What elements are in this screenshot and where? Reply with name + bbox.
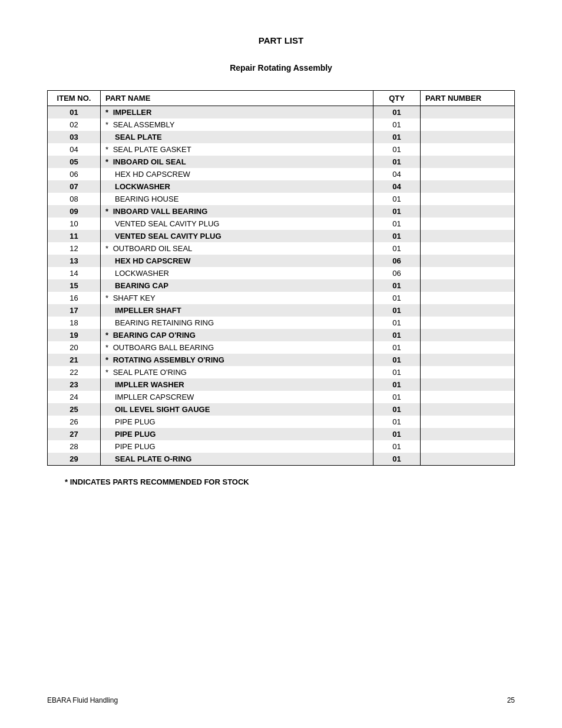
- cell-part-name: HEX HD CAPSCREW: [101, 255, 373, 267]
- cell-part-name: * OUTBOARG BALL BEARING: [101, 341, 373, 354]
- part-name-text: BEARING CAP: [115, 281, 168, 290]
- footer-left: EBARA Fluid Handling: [47, 696, 118, 704]
- cell-item-no: 26: [48, 416, 101, 428]
- part-name-text: OUTBOARG BALL BEARING: [113, 343, 214, 352]
- asterisk-indicator: *: [105, 120, 111, 129]
- cell-item-no: 27: [48, 428, 101, 440]
- cell-item-no: 13: [48, 255, 101, 267]
- cell-qty: 01: [373, 131, 421, 143]
- cell-qty: 01: [373, 292, 421, 304]
- cell-qty: 01: [373, 453, 421, 466]
- part-name-text: INBOARD OIL SEAL: [113, 157, 186, 166]
- cell-item-no: 12: [48, 242, 101, 255]
- cell-qty: 01: [373, 428, 421, 440]
- cell-item-no: 22: [48, 366, 101, 378]
- cell-qty: 06: [373, 255, 421, 267]
- cell-part-number: [421, 317, 515, 329]
- table-row: 04* SEAL PLATE GASKET01: [48, 143, 515, 156]
- table-row: 05* INBOARD OIL SEAL01: [48, 156, 515, 168]
- part-name-text: PIPE PLUG: [115, 417, 156, 426]
- section-title: Repair Rotating Assembly: [47, 63, 515, 73]
- cell-qty: 01: [373, 440, 421, 453]
- table-row: 19* BEARING CAP O'RING01: [48, 329, 515, 341]
- cell-part-name: BEARING CAP: [101, 279, 373, 292]
- cell-item-no: 07: [48, 180, 101, 193]
- cell-qty: 01: [373, 403, 421, 416]
- part-name-text: SHAFT KEY: [113, 294, 156, 302]
- table-row: 02* SEAL ASSEMBLY01: [48, 118, 515, 131]
- cell-item-no: 08: [48, 193, 101, 205]
- cell-part-number: [421, 354, 515, 366]
- cell-part-number: [421, 230, 515, 242]
- part-name-text: HEX HD CAPSCREW: [115, 256, 191, 265]
- asterisk-indicator: *: [105, 331, 111, 340]
- cell-qty: 01: [373, 218, 421, 230]
- cell-part-name: LOCKWASHER: [101, 180, 373, 193]
- cell-part-name: PIPE PLUG: [101, 416, 373, 428]
- cell-qty: 01: [373, 341, 421, 354]
- cell-part-name: SEAL PLATE O-RING: [101, 453, 373, 466]
- footer-right: 25: [507, 696, 515, 704]
- table-row: 20* OUTBOARG BALL BEARING01: [48, 341, 515, 354]
- cell-qty: 01: [373, 329, 421, 341]
- cell-item-no: 10: [48, 218, 101, 230]
- table-row: 06 HEX HD CAPSCREW04: [48, 168, 515, 180]
- cell-part-number: [421, 391, 515, 403]
- col-header-part-name: PART NAME: [101, 91, 373, 106]
- cell-item-no: 16: [48, 292, 101, 304]
- cell-part-number: [421, 168, 515, 180]
- cell-part-name: * INBOARD VALL BEARING: [101, 205, 373, 218]
- asterisk-indicator: *: [105, 157, 111, 166]
- cell-part-number: [421, 341, 515, 354]
- part-name-text: BEARING CAP O'RING: [113, 331, 196, 340]
- cell-item-no: 24: [48, 391, 101, 403]
- part-name-text: SEAL PLATE: [115, 133, 162, 141]
- cell-qty: 01: [373, 106, 421, 119]
- cell-part-number: [421, 131, 515, 143]
- cell-qty: 01: [373, 391, 421, 403]
- cell-item-no: 23: [48, 378, 101, 391]
- part-name-text: IMPLLER WASHER: [115, 380, 184, 389]
- asterisk-indicator: *: [105, 244, 111, 253]
- cell-item-no: 09: [48, 205, 101, 218]
- cell-qty: 04: [373, 180, 421, 193]
- part-name-text: OUTBOARD OIL SEAL: [113, 244, 193, 253]
- cell-part-number: [421, 118, 515, 131]
- cell-qty: 01: [373, 205, 421, 218]
- cell-qty: 01: [373, 378, 421, 391]
- part-name-text: VENTED SEAL CAVITY PLUG: [115, 219, 219, 228]
- table-row: 21* ROTATING ASSEMBLY O'RING01: [48, 354, 515, 366]
- cell-part-number: [421, 304, 515, 317]
- cell-part-name: SEAL PLATE: [101, 131, 373, 143]
- cell-qty: 01: [373, 118, 421, 131]
- cell-part-number: [421, 292, 515, 304]
- part-name-text: INBOARD VALL BEARING: [113, 207, 208, 216]
- cell-part-number: [421, 218, 515, 230]
- part-name-text: IMPELLER: [113, 108, 152, 117]
- asterisk-indicator: *: [105, 355, 111, 364]
- cell-part-name: BEARING HOUSE: [101, 193, 373, 205]
- part-name-text: ROTATING ASSEMBLY O'RING: [113, 355, 224, 364]
- cell-part-number: [421, 143, 515, 156]
- cell-part-number: [421, 267, 515, 279]
- table-row: 01* IMPELLER01: [48, 106, 515, 119]
- page-title: PART LIST: [47, 35, 515, 45]
- cell-qty: 01: [373, 242, 421, 255]
- cell-qty: 01: [373, 230, 421, 242]
- asterisk-indicator: *: [105, 207, 111, 216]
- part-name-text: SEAL PLATE O-RING: [115, 454, 191, 463]
- cell-part-name: * ROTATING ASSEMBLY O'RING: [101, 354, 373, 366]
- cell-qty: 01: [373, 193, 421, 205]
- table-row: 07 LOCKWASHER04: [48, 180, 515, 193]
- part-name-text: IMPLLER CAPSCREW: [115, 393, 194, 401]
- part-name-text: BEARING RETAINING RING: [115, 318, 214, 327]
- cell-qty: 01: [373, 317, 421, 329]
- cell-item-no: 15: [48, 279, 101, 292]
- table-row: 14 LOCKWASHER06: [48, 267, 515, 279]
- cell-part-number: [421, 453, 515, 466]
- cell-item-no: 04: [48, 143, 101, 156]
- cell-part-name: * SHAFT KEY: [101, 292, 373, 304]
- cell-qty: 01: [373, 156, 421, 168]
- cell-qty: 04: [373, 168, 421, 180]
- part-name-text: OIL LEVEL SIGHT GAUGE: [115, 405, 210, 414]
